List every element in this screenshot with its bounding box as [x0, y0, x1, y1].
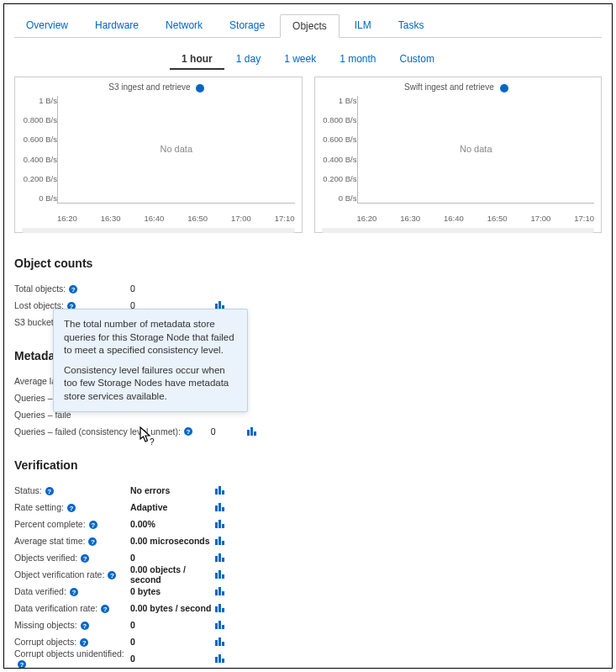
timerange-selector: 1 hour 1 day 1 week 1 month Custom — [14, 50, 602, 70]
help-icon[interactable]: ? — [89, 521, 97, 529]
svg-rect-21 — [222, 558, 224, 562]
time-custom[interactable]: Custom — [388, 50, 446, 70]
tabs: Overview Hardware Network Storage Object… — [14, 14, 602, 38]
svg-rect-4 — [250, 427, 253, 436]
svg-rect-16 — [215, 539, 218, 545]
verif-row-2: Percent complete:?0.00% — [14, 516, 602, 532]
svg-rect-34 — [215, 640, 218, 646]
svg-rect-12 — [222, 507, 224, 511]
chart-icon[interactable] — [214, 619, 226, 631]
svg-rect-20 — [218, 553, 221, 562]
svg-rect-36 — [222, 642, 224, 646]
tab-tasks[interactable]: Tasks — [387, 14, 436, 37]
help-icon[interactable]: ? — [45, 487, 54, 495]
chart-icon[interactable] — [214, 585, 226, 597]
svg-rect-8 — [218, 486, 221, 495]
svg-rect-38 — [218, 654, 221, 663]
svg-rect-37 — [215, 657, 218, 663]
verif-row-10: Corrupt objects unidentified:?0 — [14, 650, 602, 667]
help-icon[interactable]: ? — [184, 427, 192, 436]
help-icon[interactable]: ? — [81, 622, 89, 630]
help-icon[interactable]: ? — [108, 571, 116, 579]
svg-rect-18 — [222, 541, 224, 545]
help-icon[interactable]: ? — [88, 537, 97, 546]
svg-rect-39 — [222, 659, 224, 663]
chart-swift: Swift ingest and retrieve ? 1 B/s 0.800 … — [314, 77, 603, 233]
help-icon[interactable]: ? — [80, 638, 88, 647]
nodata-label: No data — [460, 144, 492, 154]
nodata-label: No data — [160, 144, 192, 154]
verif-row-5: Object verification rate:?0.00 objects /… — [14, 566, 602, 583]
svg-rect-22 — [215, 573, 218, 579]
chart-icon[interactable] — [214, 552, 226, 564]
chart-icon[interactable] — [246, 426, 258, 437]
chart-icon[interactable] — [214, 602, 226, 614]
svg-rect-5 — [254, 431, 256, 436]
chart-s3-ylabels: 1 B/s 0.800 B/s 0.600 B/s 0.400 B/s 0.20… — [22, 96, 57, 214]
svg-rect-32 — [218, 621, 221, 629]
chart-icon[interactable] — [214, 569, 226, 580]
verif-row-0: Status:?No errors — [14, 482, 602, 499]
time-1week[interactable]: 1 week — [272, 50, 328, 70]
tab-objects[interactable]: Objects — [280, 14, 340, 38]
row-total-objects: Total objects:? 0 — [14, 280, 602, 297]
help-icon[interactable]: ? — [81, 554, 89, 563]
tab-overview[interactable]: Overview — [14, 14, 80, 37]
chart-swift-ylabels: 1 B/s 0.800 B/s 0.600 B/s 0.400 B/s 0.20… — [322, 96, 357, 214]
chart-icon[interactable] — [214, 501, 226, 513]
svg-rect-19 — [215, 556, 218, 562]
chart-s3-xlabels: 16:20 16:30 16:40 16:50 17:00 17:10 — [22, 214, 295, 223]
svg-rect-30 — [222, 608, 224, 612]
tab-network[interactable]: Network — [154, 14, 214, 37]
tab-ilm[interactable]: ILM — [343, 14, 383, 37]
svg-rect-26 — [218, 587, 221, 595]
chart-s3: S3 ingest and retrieve ? 1 B/s 0.800 B/s… — [14, 77, 303, 233]
chart-scrollbar[interactable] — [322, 228, 595, 233]
help-icon[interactable]: ? — [69, 285, 77, 294]
verif-row-8: Missing objects:?0 — [14, 616, 602, 633]
help-icon[interactable]: ? — [18, 660, 26, 669]
svg-rect-23 — [218, 570, 221, 579]
chart-icon[interactable] — [214, 518, 226, 530]
help-icon[interactable]: ? — [500, 84, 508, 93]
chart-icon[interactable] — [214, 636, 226, 648]
chart-icon[interactable] — [214, 653, 226, 664]
section-title-object-counts: Object counts — [14, 257, 602, 270]
svg-text:?: ? — [150, 437, 155, 447]
time-1hour[interactable]: 1 hour — [170, 50, 224, 70]
svg-rect-25 — [215, 590, 218, 595]
svg-rect-15 — [222, 524, 224, 528]
chart-s3-title: S3 ingest and retrieve — [108, 82, 190, 92]
svg-rect-3 — [247, 430, 250, 436]
help-icon[interactable]: ? — [67, 504, 76, 512]
help-icon[interactable]: ? — [101, 605, 109, 613]
svg-rect-28 — [215, 606, 218, 612]
chart-icon[interactable] — [214, 484, 226, 496]
verif-row-6: Data verified:?0 bytes — [14, 583, 602, 600]
svg-rect-13 — [215, 522, 218, 528]
chart-icon[interactable] — [214, 535, 226, 547]
svg-rect-10 — [215, 505, 218, 511]
time-1month[interactable]: 1 month — [328, 50, 387, 70]
tooltip: The total number of metadata store queri… — [53, 309, 248, 412]
time-1day[interactable]: 1 day — [224, 50, 272, 70]
tab-hardware[interactable]: Hardware — [83, 14, 150, 37]
svg-rect-11 — [218, 503, 221, 511]
verif-row-3: Average stat time:?0.00 microseconds — [14, 532, 602, 549]
svg-rect-17 — [218, 537, 221, 545]
help-icon[interactable]: ? — [196, 84, 204, 93]
chart-swift-title: Swift ingest and retrieve — [404, 82, 494, 92]
svg-rect-31 — [215, 623, 218, 629]
row-queries-failed-consistency: Queries – failed (consistency level unme… — [14, 423, 602, 440]
chart-scrollbar[interactable] — [22, 228, 295, 233]
svg-rect-27 — [222, 591, 224, 595]
help-icon[interactable]: ? — [70, 588, 78, 596]
verif-row-1: Rate setting:?Adaptive — [14, 499, 602, 516]
svg-rect-35 — [218, 638, 221, 646]
svg-rect-24 — [222, 574, 224, 579]
svg-rect-14 — [218, 520, 221, 528]
tab-storage[interactable]: Storage — [218, 14, 276, 37]
svg-rect-7 — [215, 489, 218, 495]
svg-rect-33 — [222, 625, 224, 629]
svg-rect-9 — [222, 490, 224, 495]
